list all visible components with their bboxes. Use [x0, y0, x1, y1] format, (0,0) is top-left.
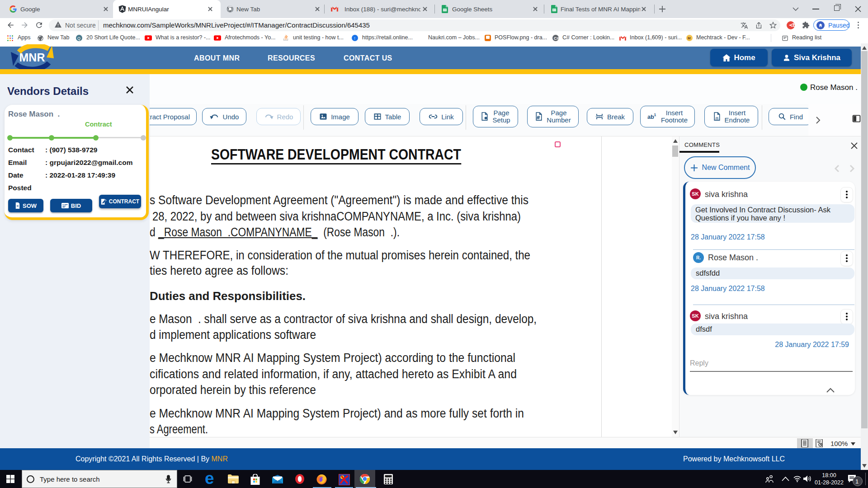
svg-text:MNR: MNR — [19, 51, 45, 64]
svg-text:1: 1 — [654, 113, 656, 117]
svg-text:(i): (i) — [715, 117, 718, 120]
svg-text:ab: ab — [647, 114, 654, 120]
